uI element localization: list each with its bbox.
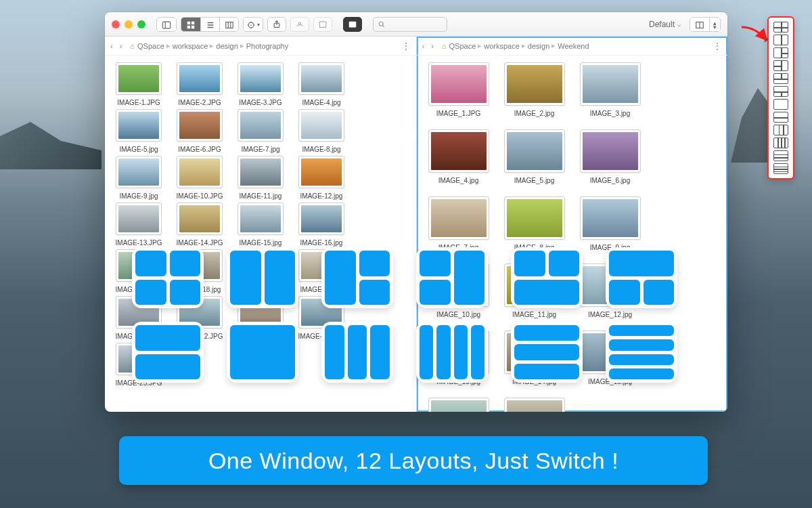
file-item[interactable]: IMAGE-16.jpg xyxy=(292,203,351,247)
file-thumbnail xyxy=(298,156,344,188)
layout-option-l-left[interactable] xyxy=(773,47,788,58)
breadcrumb-label: workspace xyxy=(173,42,208,50)
breadcrumb-item[interactable]: design xyxy=(216,42,238,50)
layout-option-three-col[interactable] xyxy=(773,125,788,135)
file-item[interactable]: IMAGE_17.jpg xyxy=(497,398,572,412)
close-button[interactable] xyxy=(112,20,120,28)
file-item[interactable]: IMAGE_2.jpg xyxy=(497,62,572,117)
layout-option-t-bottom[interactable] xyxy=(773,86,788,97)
airdrop-button[interactable] xyxy=(290,17,309,32)
file-thumbnail xyxy=(238,62,284,95)
file-item[interactable]: IMAGE-1.JPG xyxy=(109,62,168,106)
layout-option-row xyxy=(771,60,790,71)
layout-tile-t-bottom[interactable] xyxy=(606,247,677,308)
tag-button[interactable] xyxy=(313,17,332,32)
tagline-text: One Window, 12 Layouts, Just Switch ! xyxy=(208,448,618,474)
layout-tile-t-top[interactable] xyxy=(511,247,583,308)
file-item[interactable]: IMAGE-10.JPG xyxy=(170,156,229,200)
breadcrumb-item[interactable]: workspace xyxy=(484,42,520,50)
tagline-banner: One Window, 12 Layouts, Just Switch ! xyxy=(119,436,708,485)
file-item[interactable]: IMAGE-2.JPG xyxy=(170,62,229,106)
layout-tile-single[interactable] xyxy=(227,322,298,383)
file-item[interactable]: IMAGE-13.JPG xyxy=(109,203,168,247)
breadcrumb-item[interactable]: Photography xyxy=(246,42,288,50)
file-item[interactable]: IMAGE-5.jpg xyxy=(109,109,168,153)
file-name: IMAGE-7.jpg xyxy=(231,146,290,153)
layout-tile-two-row[interactable] xyxy=(132,322,204,383)
wallpaper-mountain-left xyxy=(0,122,102,169)
layout-tile-four-row[interactable] xyxy=(606,322,677,383)
action-menu-group: ▾ xyxy=(243,17,263,32)
search-field[interactable] xyxy=(373,17,447,32)
nav-forward-button[interactable]: › xyxy=(431,42,434,50)
nav-back-button[interactable]: ‹ xyxy=(422,42,425,50)
breadcrumb-item[interactable]: ⌂QSpace xyxy=(442,42,476,50)
file-name: IMAGE-11.jpg xyxy=(231,192,290,200)
breadcrumb-label: design xyxy=(528,42,549,50)
view-column-button[interactable] xyxy=(219,18,238,32)
file-item[interactable]: IMAGE-7.jpg xyxy=(231,109,290,153)
layout-option-grid-4[interactable] xyxy=(773,22,788,33)
view-icon-button[interactable] xyxy=(181,18,200,32)
layout-option-two-row[interactable] xyxy=(773,112,788,123)
file-thumbnail xyxy=(428,196,489,240)
layout-option-four-col[interactable] xyxy=(773,137,788,148)
file-item[interactable]: IMAGE_4.jpg xyxy=(421,129,497,184)
sidebar-toggle-button[interactable] xyxy=(157,18,176,32)
breadcrumb-label: workspace xyxy=(484,42,520,50)
layout-tile-l-right[interactable] xyxy=(416,247,488,308)
layout-option-three-row[interactable] xyxy=(773,150,788,161)
file-item[interactable]: IMAGE-8.jpg xyxy=(292,109,351,153)
file-thumbnail xyxy=(504,196,565,240)
file-item[interactable]: IMAGE_1.JPG xyxy=(421,62,497,117)
file-item[interactable]: IMAGE-9.jpg xyxy=(109,156,168,200)
file-item[interactable]: IMAGE_6.jpg xyxy=(572,129,648,184)
layout-option-two-col[interactable] xyxy=(773,35,788,45)
file-item[interactable]: IMAGE-6.JPG xyxy=(170,109,229,153)
file-name: IMAGE_1.JPG xyxy=(421,110,497,117)
layout-tile-grid-4[interactable] xyxy=(132,247,204,308)
file-item[interactable]: IMAGE-3.JPG xyxy=(231,62,290,106)
breadcrumb-item[interactable]: design xyxy=(528,42,549,50)
file-item[interactable]: IMAGE_7.jpg xyxy=(421,196,497,251)
file-item[interactable]: IMAGE-11.jpg xyxy=(231,156,290,200)
file-thumbnail xyxy=(238,156,284,188)
layout-tile-two-col[interactable] xyxy=(227,247,298,308)
file-item[interactable]: IMAGE_9.jpg xyxy=(572,196,648,251)
zoom-button[interactable] xyxy=(137,20,145,28)
nav-forward-button[interactable]: › xyxy=(120,42,122,50)
file-name: IMAGE-8.jpg xyxy=(292,146,351,153)
breadcrumb-item[interactable]: ⌂QSpace xyxy=(130,42,164,50)
workspace-picker[interactable]: Default ⌵ xyxy=(644,17,685,32)
pane-menu-button[interactable]: ⋮ xyxy=(713,41,722,51)
file-item[interactable]: IMAGE_16.jpg xyxy=(421,398,497,412)
layout-tile-three-row[interactable] xyxy=(511,322,583,383)
traffic-lights xyxy=(112,20,145,28)
check-icon: ✓ xyxy=(763,36,769,45)
file-item[interactable]: IMAGE-12.jpg xyxy=(292,156,351,200)
layout-tile-three-col[interactable] xyxy=(321,322,393,383)
layout-switch-button[interactable] xyxy=(690,18,709,32)
layout-option-l-right[interactable] xyxy=(773,60,788,71)
terminal-button[interactable] xyxy=(343,17,362,32)
layout-option-t-top[interactable] xyxy=(773,73,788,84)
file-item[interactable]: IMAGE-14.JPG xyxy=(170,203,229,247)
file-item[interactable]: IMAGE_3.jpg xyxy=(572,62,648,117)
breadcrumb-item[interactable]: Weekend xyxy=(558,42,589,50)
layout-option-four-row[interactable] xyxy=(773,163,788,174)
file-item[interactable]: IMAGE-15.jpg xyxy=(231,203,290,247)
pane-menu-button[interactable]: ⋮ xyxy=(401,41,411,51)
breadcrumb-item[interactable]: workspace xyxy=(173,42,208,50)
layout-tile-l-left[interactable] xyxy=(321,247,393,308)
nav-back-button[interactable]: ‹ xyxy=(110,42,113,50)
file-item[interactable]: IMAGE_8.jpg xyxy=(497,196,572,251)
layout-tile-four-col[interactable] xyxy=(416,322,488,383)
layout-option-single[interactable] xyxy=(773,99,788,110)
minimize-button[interactable] xyxy=(125,20,133,28)
file-item[interactable]: IMAGE_5.jpg xyxy=(497,129,572,184)
view-list-button[interactable] xyxy=(200,18,219,32)
share-button[interactable] xyxy=(267,17,286,32)
layout-menu-button[interactable]: ▴▾ xyxy=(709,18,720,32)
file-item[interactable]: IMAGE-4.jpg xyxy=(292,62,351,106)
action-menu-button[interactable]: ▾ xyxy=(244,18,263,32)
